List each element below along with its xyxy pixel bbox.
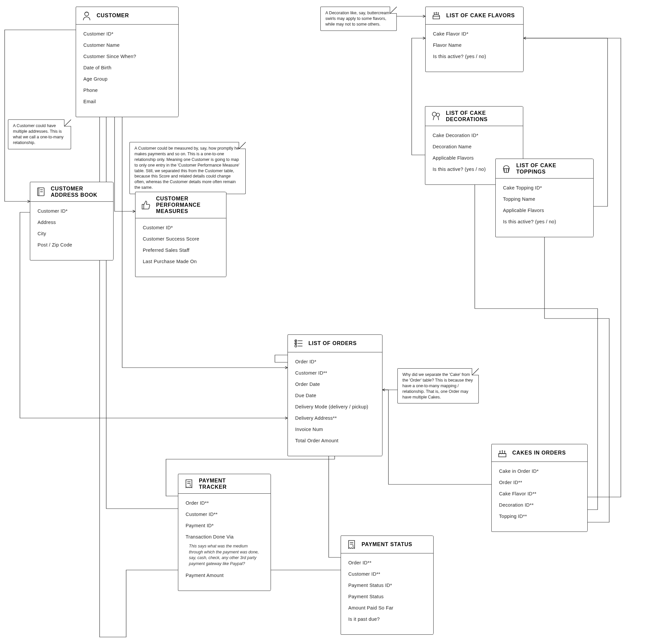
note-decoration-flavors: A Decoration like, say, buttercream swir… <box>320 7 397 31</box>
field: Customer ID* <box>37 208 106 214</box>
entity-perf-measures: CUSTOMER PERFORMANCE MEASURES Customer I… <box>135 192 226 277</box>
field: Decoration ID** <box>499 502 580 508</box>
field: Applicable Flavors <box>503 208 586 213</box>
entity-title: LIST OF CAKE FLAVORS <box>446 12 515 19</box>
entity-header: $ PAYMENT STATUS <box>341 536 433 553</box>
entity-header: LIST OF CAKE DECORATIONS <box>425 107 523 126</box>
entity-address-book: CUSTOMER ADDRESS BOOK Customer ID* Addre… <box>30 182 113 261</box>
entity-title: CUSTOMER <box>97 12 129 19</box>
entity-header: CUSTOMER ADDRESS BOOK <box>30 182 113 202</box>
field: Cake in Order ID* <box>499 468 580 474</box>
svg-point-7 <box>438 13 439 13</box>
entity-fields: Cake in Order ID* Order ID** Cake Flavor… <box>492 462 587 532</box>
svg-point-18 <box>502 451 503 451</box>
note-perf-measures: A Customer could be measured by, say, ho… <box>129 142 246 194</box>
field: Customer Success Score <box>143 236 219 242</box>
cupcake-icon <box>501 163 512 174</box>
field: Cake Flavor ID** <box>499 491 580 496</box>
book-icon <box>36 186 46 197</box>
field: Is it past due? <box>348 616 426 622</box>
field: Cake Topping ID* <box>503 185 586 191</box>
entity-fields: Customer ID* Address City Post / Zip Cod… <box>30 202 113 260</box>
entity-fields: Order ID** Customer ID** Payment ID* Tra… <box>178 494 270 591</box>
note-text: A Decoration like, say, buttercream swir… <box>326 11 389 26</box>
entity-fields: Order ID** Customer ID** Payment Status … <box>341 553 433 634</box>
svg-point-19 <box>504 451 505 451</box>
field: Email <box>83 99 171 104</box>
note-cake-order: Why did we separate the 'Cake' from the … <box>398 368 479 404</box>
field: Preferred Sales Staff <box>143 248 219 253</box>
field: Order ID** <box>186 500 263 506</box>
field: Customer ID** <box>348 571 426 577</box>
svg-point-8 <box>432 112 436 116</box>
field: Total Order Amount <box>295 438 375 443</box>
list-icon <box>293 338 304 349</box>
note-text: Why did we separate the 'Cake' from the … <box>402 372 473 399</box>
field: Payment Status ID* <box>348 583 426 588</box>
svg-rect-16 <box>499 453 506 457</box>
svg-point-12 <box>295 345 297 347</box>
svg-point-5 <box>434 13 435 13</box>
field: Customer ID* <box>143 225 219 230</box>
entity-fields: Customer ID* Customer Name Customer Sinc… <box>76 24 178 117</box>
field: Payment ID* <box>186 523 263 528</box>
entity-header: CUSTOMER <box>76 7 178 24</box>
svg-point-9 <box>436 113 440 117</box>
field: Customer ID* <box>83 31 171 36</box>
note-text: A Customer could be measured by, say, ho… <box>135 146 239 190</box>
field: Invoice Num <box>295 427 375 432</box>
entity-header: $ PAYMENT TRACKER <box>178 474 270 494</box>
svg-point-6 <box>436 12 437 13</box>
field: Order ID** <box>348 560 426 565</box>
field: Topping Name <box>503 196 586 202</box>
entity-fields: Cake Flavor ID* Flavor Name Is this acti… <box>426 24 523 72</box>
field: Due Date <box>295 393 375 398</box>
field: Post / Zip Code <box>37 242 106 248</box>
customer-icon <box>81 10 92 21</box>
field: Cake Decoration ID* <box>433 133 515 138</box>
entity-title: LIST OF CAKE TOPPINGS <box>516 162 576 175</box>
entity-title: PAYMENT TRACKER <box>199 478 252 490</box>
birthday-cake-icon <box>497 448 508 458</box>
field-note: This says what was the medium through wh… <box>189 543 262 567</box>
field: Amount Paid So Far <box>348 605 426 610</box>
entity-cakes-in-orders: CAKES IN ORDERS Cake in Order ID* Order … <box>491 444 588 532</box>
entity-header: LIST OF ORDERS <box>288 335 382 352</box>
entity-payment-status: $ PAYMENT STATUS Order ID** Customer ID*… <box>340 536 434 635</box>
entity-header: CAKES IN ORDERS <box>492 444 587 462</box>
receipt-icon: $ <box>346 539 357 550</box>
field: City <box>37 231 106 236</box>
note-text: A Customer could have multiple addresses… <box>13 123 64 145</box>
entity-header: CUSTOMER PERFORMANCE MEASURES <box>136 192 226 218</box>
entity-title: LIST OF CAKE DECORATIONS <box>446 110 506 122</box>
entity-fields: Order ID* Customer ID** Order Date Due D… <box>288 352 382 456</box>
entity-payment-tracker: $ PAYMENT TRACKER Order ID** Customer ID… <box>178 474 271 591</box>
field: Topping ID** <box>499 514 580 519</box>
field: Cake Flavor ID* <box>433 31 516 36</box>
svg-point-17 <box>500 451 500 451</box>
cake-icon <box>431 10 442 21</box>
entity-header: LIST OF CAKE TOPPINGS <box>496 159 593 179</box>
receipt-icon: $ <box>183 479 194 489</box>
entity-title: PAYMENT STATUS <box>362 541 413 548</box>
entity-title: CAKES IN ORDERS <box>512 450 566 456</box>
note-customer-addresses: A Customer could have multiple addresses… <box>8 120 71 149</box>
field: Flavor Name <box>433 42 516 48</box>
entity-toppings: LIST OF CAKE TOPPINGS Cake Topping ID* T… <box>495 159 594 237</box>
entity-title: CUSTOMER ADDRESS BOOK <box>51 185 108 198</box>
entity-fields: Cake Topping ID* Topping Name Applicable… <box>496 179 593 237</box>
field: Is this active? (yes / no) <box>503 219 586 224</box>
field: Order ID* <box>295 359 375 364</box>
field: Phone <box>83 88 171 93</box>
balloons-icon <box>431 111 441 122</box>
field: Order Date <box>295 381 375 387</box>
entity-title: CUSTOMER PERFORMANCE MEASURES <box>156 195 216 215</box>
field: Delivery Mode (delivery / pickup) <box>295 404 375 409</box>
field: Customer Name <box>83 42 171 48</box>
field: Decoration Name <box>433 144 515 149</box>
entity-header: LIST OF CAKE FLAVORS <box>426 7 523 24</box>
entity-title: LIST OF ORDERS <box>309 340 356 346</box>
field: Address <box>37 220 106 225</box>
entity-customer: CUSTOMER Customer ID* Customer Name Cust… <box>76 7 179 117</box>
field: Age Group <box>83 76 171 82</box>
